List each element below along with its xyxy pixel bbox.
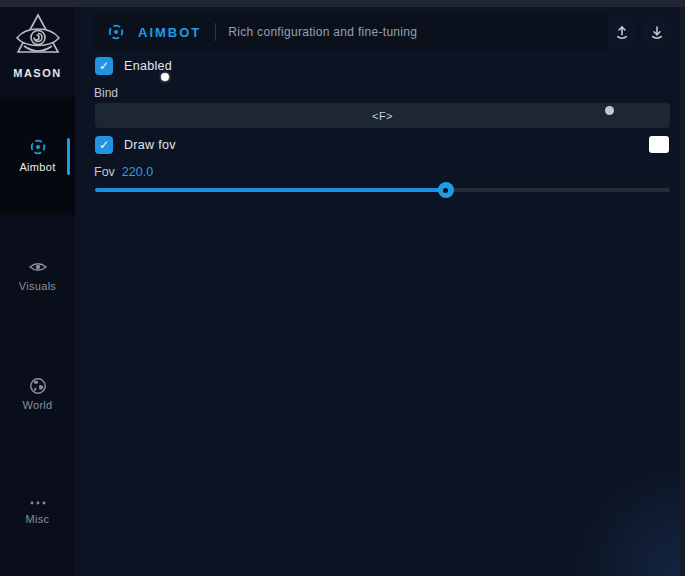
download-config-button[interactable] <box>643 18 671 46</box>
page-subtitle: Rich configuration and fine-tuning <box>228 25 417 39</box>
enabled-label: Enabled <box>124 59 172 73</box>
draw-fov-checkbox[interactable]: ✓ <box>95 136 113 154</box>
sidebar-item-label: Aimbot <box>0 161 75 173</box>
bind-key-input[interactable]: <F> <box>95 103 670 128</box>
mouse-cursor-dot <box>161 73 169 81</box>
bind-key-value: <F> <box>372 110 393 122</box>
download-icon <box>648 23 666 41</box>
sidebar-item-label: Visuals <box>0 280 75 292</box>
section-header: AIMBOT Rich configuration and fine-tunin… <box>93 14 608 50</box>
mason-eye-pyramid-icon <box>14 12 62 64</box>
right-edge-strip <box>680 0 685 576</box>
checkmark-icon: ✓ <box>99 139 109 151</box>
sidebar-item-misc[interactable]: Misc <box>0 497 75 525</box>
app-window: MASON Aimbot Visuals <box>0 0 685 576</box>
fov-label: Fov <box>94 165 115 179</box>
fov-slider-fill <box>95 188 446 192</box>
fov-slider-handle[interactable] <box>438 182 454 198</box>
header-divider <box>215 23 216 41</box>
crosshair-icon <box>106 22 126 42</box>
globe-icon <box>29 377 47 395</box>
ellipsis-icon <box>28 497 48 509</box>
draw-fov-row: ✓ Draw fov <box>95 136 176 154</box>
app-logo: MASON <box>0 12 75 79</box>
sidebar-item-aimbot[interactable]: Aimbot <box>0 137 75 173</box>
crosshair-icon <box>28 137 48 157</box>
fov-color-swatch[interactable] <box>649 136 669 153</box>
sidebar-item-visuals[interactable]: Visuals <box>0 258 75 292</box>
sidebar-active-indicator <box>67 138 70 175</box>
draw-fov-label: Draw fov <box>124 138 176 152</box>
fov-value: 220.0 <box>122 165 153 179</box>
bind-field-dot <box>605 106 614 115</box>
enabled-checkbox[interactable]: ✓ <box>95 57 113 75</box>
sidebar: MASON Aimbot Visuals <box>0 0 75 576</box>
sidebar-item-label: World <box>0 399 75 411</box>
checkmark-icon: ✓ <box>99 60 109 72</box>
bind-label: Bind <box>94 86 118 100</box>
upload-icon <box>613 23 631 41</box>
upload-config-button[interactable] <box>608 18 636 46</box>
page-title: AIMBOT <box>138 25 201 40</box>
top-edge-strip <box>0 0 685 7</box>
logo-text: MASON <box>0 67 75 79</box>
enabled-row: ✓ Enabled <box>95 57 172 75</box>
fov-slider[interactable] <box>95 188 670 192</box>
sidebar-item-world[interactable]: World <box>0 377 75 411</box>
fov-label-row: Fov 220.0 <box>94 165 153 179</box>
eye-icon <box>28 258 48 276</box>
sidebar-item-label: Misc <box>0 513 75 525</box>
